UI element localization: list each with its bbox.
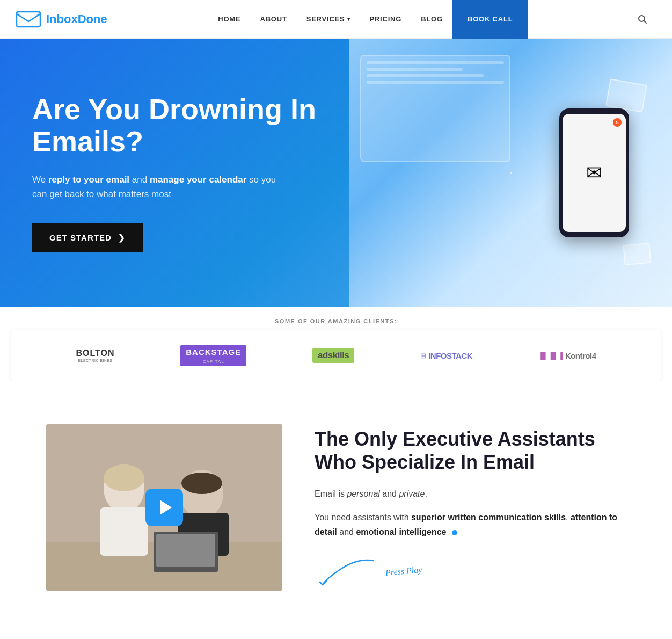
play-icon: [160, 500, 172, 515]
notification-badge: 5: [613, 118, 622, 127]
svg-point-10: [181, 473, 222, 494]
infostack-grid-icon: ⊞: [420, 352, 426, 360]
hero-subtitle: We reply to your email and manage your c…: [32, 172, 290, 201]
hero-section: Are You Drowning In Emails? We reply to …: [0, 39, 672, 307]
client-bolton: BOLTON Electric Bikes: [76, 348, 114, 362]
logo-link[interactable]: InboxDone: [16, 10, 107, 29]
nav-links: HOME ABOUT SERVICES ▾ PRICING BLOG BOOK …: [208, 0, 528, 39]
logo-text: InboxDone: [46, 12, 107, 26]
about-content: The Only Executive Assistants Who Specia…: [14, 381, 658, 634]
svg-rect-6: [100, 507, 148, 556]
svg-line-2: [644, 20, 646, 23]
search-icon: [638, 14, 647, 24]
svg-rect-0: [17, 12, 40, 27]
about-title: The Only Executive Assistants Who Specia…: [315, 427, 626, 474]
search-button[interactable]: [629, 0, 656, 39]
hero-image: ✉ 5: [349, 39, 672, 307]
nav-home[interactable]: HOME: [208, 0, 250, 39]
press-play-annotation: Press Play: [315, 555, 626, 587]
services-dropdown-icon: ▾: [347, 16, 350, 22]
kontrol-bars-icon: ▐▌▐▌▐: [538, 352, 563, 360]
video-play-button[interactable]: [145, 489, 183, 526]
navbar: InboxDone HOME ABOUT SERVICES ▾ PRICING …: [0, 0, 672, 39]
envelope-2: [623, 243, 651, 265]
nav-blog[interactable]: BLOG: [411, 0, 452, 39]
svg-rect-12: [156, 534, 215, 567]
laptop-image: [360, 55, 510, 162]
phone-screen: ✉ 5: [563, 114, 626, 232]
hero-bg: ✉ 5: [349, 39, 672, 307]
video-thumbnail[interactable]: [46, 424, 282, 591]
nav-about[interactable]: ABOUT: [250, 0, 296, 39]
phone-email-icon: ✉: [586, 162, 602, 184]
phone-mockup: ✉ 5: [559, 108, 629, 237]
press-play-arrow: [315, 555, 379, 587]
hero-title: Are You Drowning In Emails?: [32, 93, 317, 157]
about-text-content: The Only Executive Assistants Who Specia…: [315, 427, 626, 587]
clients-logos-bar: BOLTON Electric Bikes BACKSTAGE CAPITAL …: [11, 330, 661, 381]
nav-services[interactable]: SERVICES ▾: [297, 0, 360, 39]
client-adskills: adskills: [312, 348, 354, 363]
logo-icon: [16, 10, 41, 29]
nav-book-call[interactable]: BOOK CALL: [452, 0, 528, 39]
envelope-3: [510, 172, 512, 174]
envelope-1: [605, 78, 647, 112]
cta-arrow-icon: ❯: [118, 233, 126, 243]
nav-pricing[interactable]: PRICING: [360, 0, 411, 39]
about-desc-1: Email is personal and private.: [315, 486, 626, 501]
svg-point-7: [104, 464, 144, 491]
clients-label: SOME OF OUR AMAZING CLIENTS:: [0, 307, 672, 330]
hero-content: Are You Drowning In Emails? We reply to …: [0, 39, 349, 307]
client-infostack: ⊞ INFOSTACK: [420, 351, 472, 360]
blue-dot-decoration: [452, 530, 457, 535]
client-kontrol: ▐▌▐▌▐ Kontrol4: [538, 351, 596, 360]
press-play-label: Press Play: [385, 565, 422, 578]
about-desc-2: You need assistants with superior writte…: [315, 510, 626, 539]
clients-section: SOME OF OUR AMAZING CLIENTS: BOLTON Elec…: [0, 307, 672, 381]
client-backstage: BACKSTAGE CAPITAL: [180, 345, 246, 366]
hero-cta-button[interactable]: GET STARTED ❯: [32, 223, 143, 252]
about-section: The Only Executive Assistants Who Specia…: [0, 381, 672, 639]
